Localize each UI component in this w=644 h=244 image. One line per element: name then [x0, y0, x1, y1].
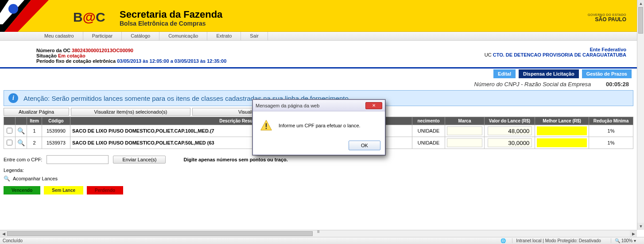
cpf-hint: Digite apenas números sem pontos ou traç… [183, 157, 287, 162]
acompanhar-label: Acompanhar Lances [13, 176, 58, 181]
magnifier-icon: 🔍 [4, 175, 10, 182]
cell-forn: UNIDADE [412, 137, 445, 149]
horizontal-scrollbar[interactable]: ◀ Ⅲ ▶ [0, 230, 637, 237]
cell-red: 1% [589, 125, 633, 137]
tab-row: Edital Dispensa de Licitação Gestão de P… [0, 67, 637, 79]
vertical-scrollbar[interactable]: ▲ ▼ [637, 0, 644, 230]
cnpj-text: Número do CNPJ - Razão Social da Empresa [474, 81, 591, 88]
valor-input[interactable] [488, 126, 532, 135]
dialog-ok-button[interactable]: OK [349, 141, 380, 150]
bec-c: C [96, 10, 105, 24]
zoom-value: 100% [621, 238, 633, 243]
bec-b: B [73, 10, 83, 24]
col-valor: Valor do Lance (R$) [485, 117, 535, 125]
oc-value: 380243000012013OC00090 [72, 48, 133, 53]
gov-top: GOVERNO DO ESTADO [588, 13, 626, 16]
menu-catalogo[interactable]: Catálogo [122, 32, 159, 40]
marca-input[interactable] [447, 126, 482, 135]
col-item: Item [27, 117, 42, 125]
uc-prefix: UC [485, 52, 493, 57]
col-check [4, 117, 16, 125]
situacao-label: Situação [36, 53, 58, 58]
svg-rect-6 [266, 128, 267, 129]
cell-forn: UNIDADE [412, 125, 445, 137]
security-zone: Intranet local | Modo Protegido: Desativ… [512, 238, 605, 243]
dialog-titlebar[interactable]: Mensagem da página da web ✕ [253, 100, 385, 111]
legend-vencendo: Vencendo [4, 186, 40, 194]
dispensa-button[interactable]: Dispensa de Licitação [519, 69, 579, 78]
cpf-input[interactable] [47, 155, 109, 164]
svg-point-3 [8, 4, 18, 14]
alert-dialog: Mensagem da página da web ✕ Informe um C… [252, 99, 385, 155]
col-fornecimento: necimento [412, 117, 445, 125]
scroll-up-icon[interactable]: ▲ [637, 0, 644, 7]
logo-bec: B@C [73, 11, 105, 24]
cell-codigo: 1539990 [42, 125, 70, 137]
globe-icon: 🌐 [500, 238, 506, 243]
situacao-value: Em cotação [58, 53, 85, 58]
info-block: Número da OC 380243000012013OC00090 Situ… [0, 41, 637, 67]
legenda-block: Legenda: 🔍 Acompanhar Lances Vencendo Se… [0, 167, 637, 195]
periodo-value: 03/05/2013 às 12:05:00 a 03/05/2013 às 1… [117, 58, 226, 64]
oc-label: Número da OC [36, 48, 72, 53]
gov-sp: SÃO PAULO [588, 16, 626, 23]
warning-icon [260, 119, 272, 132]
col-view [16, 117, 27, 125]
status-bar: Concluído 🌐 Intranet local | Modo Proteg… [0, 237, 644, 244]
scroll-thumb[interactable] [7, 231, 313, 236]
cpf-label: Entre com o CPF: [4, 157, 42, 162]
bec-at: @ [83, 10, 96, 24]
dialog-message: Informe um CPF para efetuar o lance. [279, 123, 361, 128]
magnifier-icon[interactable]: 🔍 [17, 127, 25, 134]
col-codigo: Código [42, 117, 70, 125]
main-menu: Meu cadastro Participar Catálogo Comunic… [0, 32, 637, 41]
melhor-cell [537, 138, 587, 147]
menu-comunicacao[interactable]: Comunicação [159, 32, 207, 40]
cell-item: 2 [27, 137, 42, 149]
scroll-left-icon[interactable]: ◀ [0, 230, 7, 237]
menu-meu-cadastro[interactable]: Meu cadastro [35, 32, 83, 40]
menu-sair[interactable]: Sair [241, 32, 268, 40]
scroll-grip-icon: Ⅲ [317, 230, 320, 234]
scroll-down-icon[interactable]: ▼ [637, 223, 644, 230]
edital-button[interactable]: Edital [493, 69, 516, 78]
atualizar-button[interactable]: Atualizar Página [4, 108, 69, 116]
dialog-close-button[interactable]: ✕ [365, 102, 382, 109]
legenda-title: Legenda: [4, 168, 633, 173]
visualizar-selecionados-button[interactable]: Visualizar item(ns) selecionado(s) [71, 108, 190, 116]
header-banner: B@C Secretaria da Fazenda Bolsa Eletrôni… [0, 0, 637, 32]
row-checkbox[interactable] [7, 128, 12, 133]
dialog-title: Mensagem da página da web [256, 103, 319, 108]
legend-perdendo: Perdendo [87, 186, 123, 194]
right-info: Ente Federativo UC CTO. DE DETENCAO PROV… [485, 47, 626, 57]
gov-logo: GOVERNO DO ESTADO SÃO PAULO [588, 13, 626, 23]
uc-value: CTO. DE DETENCAO PROVISORIA DE CARAGUATA… [493, 52, 626, 57]
cell-red: 1% [589, 137, 633, 149]
melhor-cell [537, 126, 587, 135]
legend-sem-lance: Sem Lance [44, 186, 83, 194]
cell-item: 1 [27, 125, 42, 137]
col-melhor: Melhor Lance (R$) [535, 117, 589, 125]
magnifier-icon[interactable]: 🔍 [17, 139, 25, 146]
gestao-button[interactable]: Gestão de Prazos [582, 69, 632, 78]
status-text: Concluído [0, 238, 23, 243]
row-checkbox[interactable] [7, 140, 12, 145]
ente-federativo: Ente Federativo [485, 47, 626, 52]
enviar-lance-button[interactable]: Enviar Lance(s) [113, 156, 166, 164]
menu-participar[interactable]: Participar [83, 32, 122, 40]
marca-input[interactable] [447, 138, 482, 147]
scroll-right-icon[interactable]: ▶ [630, 230, 637, 237]
valor-input[interactable] [488, 138, 532, 147]
menu-extrato[interactable]: Extrato [207, 32, 241, 40]
cell-codigo: 1539973 [42, 137, 70, 149]
page-subtitle: Bolsa Eletrônica de Compras [120, 20, 206, 27]
cnpj-row: Número do CNPJ - Razão Social da Empresa… [0, 79, 637, 89]
info-icon: i [8, 93, 18, 103]
page-title: Secretaria da Fazenda [120, 10, 222, 19]
scroll-thumb[interactable] [638, 7, 643, 34]
periodo-label: Período fixo de cotação eletrônica [36, 58, 117, 64]
countdown-timer: 00:05:28 [606, 81, 629, 88]
col-reducao: Redução Mínima [589, 117, 633, 125]
col-marca: Marca [445, 117, 485, 125]
zoom-dropdown[interactable]: 🔍 100% ▾ [611, 238, 640, 243]
